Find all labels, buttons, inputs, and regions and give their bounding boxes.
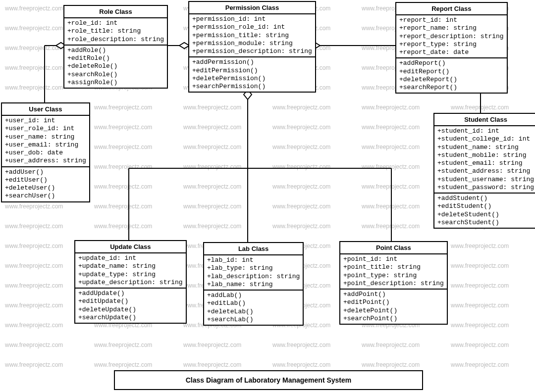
attr: +student_mobile: string [437, 151, 534, 159]
class-title: Role Class [64, 6, 167, 18]
class-methods: +addPoint() +editPoint() +deletePoint() … [340, 289, 447, 324]
class-methods: +addRole() +editRole() +deleteRole() +se… [64, 45, 167, 88]
watermark-text: www.freeprojectz.com [183, 163, 241, 170]
method: +searchPermission() [192, 83, 312, 91]
method: +editPoint() [343, 298, 444, 306]
watermark-text: www.freeprojectz.com [94, 144, 152, 150]
class-point: Point Class +point_id: int +point_title:… [339, 241, 448, 325]
attr: +update_description: string [78, 279, 183, 287]
class-attributes: +role_id: int +role_title: string +role_… [64, 18, 167, 45]
class-role: Role Class +role_id: int +role_title: st… [63, 5, 168, 89]
attr: +user_address: string [5, 157, 86, 165]
attr: +student_college_id: int [437, 135, 534, 143]
method: +searchPoint() [343, 315, 444, 323]
method: +editStudent() [437, 202, 534, 210]
attr: +student_address: string [437, 167, 534, 175]
class-lab: Lab Class +lab_id: int +lab_type: string… [203, 242, 304, 326]
attr: +lab_id: int [207, 256, 300, 264]
class-permission: Permission Class +permission_id: int +pe… [188, 1, 316, 93]
attr: +role_title: string [67, 27, 164, 35]
class-methods: +addPermission() +editPermission() +dele… [189, 56, 315, 92]
method: +searchUpdate() [78, 314, 183, 322]
watermark-text: www.freeprojectz.com [272, 203, 330, 210]
method: +editUser() [5, 176, 86, 184]
method: +editReport() [399, 68, 504, 76]
attr: +point_title: string [343, 263, 444, 271]
method: +addPermission() [192, 58, 312, 66]
watermark-text: www.freeprojectz.com [451, 342, 509, 348]
watermark-text: www.freeprojectz.com [183, 361, 241, 368]
watermark-text: www.freeprojectz.com [183, 124, 241, 131]
method: +addStudent() [437, 195, 534, 202]
watermark-text: www.freeprojectz.com [362, 104, 420, 111]
attr: +point_description: string [343, 280, 444, 288]
watermark-text: www.freeprojectz.com [94, 124, 152, 131]
class-title: Point Class [340, 242, 447, 254]
class-student: Student Class +student_id: int +student_… [433, 113, 535, 229]
watermark-text: www.freeprojectz.com [5, 84, 63, 91]
watermark-text: www.freeprojectz.com [362, 361, 420, 368]
class-title: Permission Class [189, 2, 315, 14]
watermark-text: www.freeprojectz.com [183, 203, 241, 210]
method: +searchLab() [207, 316, 300, 324]
method: +editUpdate() [78, 297, 183, 305]
watermark-text: www.freeprojectz.com [272, 342, 330, 348]
watermark-text: www.freeprojectz.com [362, 144, 420, 150]
attr: +permission_id: int [192, 15, 312, 23]
method: +searchRole() [67, 71, 164, 79]
watermark-text: www.freeprojectz.com [5, 342, 63, 348]
attr: +user_id: int [5, 117, 86, 125]
watermark-text: www.freeprojectz.com [272, 361, 330, 368]
method: +deleteUser() [5, 184, 86, 192]
method: +addPoint() [343, 291, 444, 298]
method: +addRole() [67, 47, 164, 54]
method: +deleteUpdate() [78, 306, 183, 314]
class-attributes: +student_id: int +student_college_id: in… [434, 126, 535, 193]
watermark-text: www.freeprojectz.com [183, 183, 241, 190]
method: +assignRole() [67, 79, 164, 87]
class-attributes: +update_id: int +update_name: string +up… [75, 253, 186, 288]
watermark-text: www.freeprojectz.com [272, 223, 330, 230]
watermark-text: www.freeprojectz.com [272, 163, 330, 170]
attr: +permission_role_id: int [192, 23, 312, 31]
attr: +student_email: string [437, 159, 534, 167]
method: +editPermission() [192, 67, 312, 75]
attr: +permission_description: string [192, 48, 312, 55]
watermark-text: www.freeprojectz.com [5, 223, 63, 230]
watermark-text: www.freeprojectz.com [451, 262, 509, 269]
class-attributes: +point_id: int +point_title: string +poi… [340, 254, 447, 289]
class-user: User Class +user_id: int +user_role_id: … [1, 102, 90, 202]
method: +deleteLab() [207, 308, 300, 316]
class-attributes: +permission_id: int +permission_role_id:… [189, 14, 315, 56]
watermark-text: www.freeprojectz.com [272, 124, 330, 131]
attr: +user_name: string [5, 133, 86, 141]
class-attributes: +report_id: int +report_name: string +re… [396, 15, 507, 57]
class-title: Update Class [75, 241, 186, 253]
class-report: Report Class +report_id: int +report_nam… [395, 2, 508, 94]
watermark-text: www.freeprojectz.com [94, 203, 152, 210]
attr: +report_description: string [399, 33, 504, 41]
attr: +student_id: int [437, 127, 534, 135]
attr: +user_email: string [5, 141, 86, 149]
class-methods: +addReport() +editReport() +deleteReport… [396, 57, 507, 93]
diagram-canvas: www.freeprojectz.comwww.freeprojectz.com… [0, 0, 535, 392]
watermark-text: www.freeprojectz.com [5, 262, 63, 269]
method: +searchStudent() [437, 219, 534, 227]
watermark-text: www.freeprojectz.com [272, 104, 330, 111]
attr: +update_name: string [78, 262, 183, 270]
watermark-text: www.freeprojectz.com [94, 104, 152, 111]
class-update: Update Class +update_id: int +update_nam… [74, 240, 187, 324]
diagram-title: Class Diagram of Laboratory Management S… [114, 370, 423, 390]
watermark-text: www.freeprojectz.com [5, 203, 63, 210]
watermark-text: www.freeprojectz.com [183, 342, 241, 348]
watermark-text: www.freeprojectz.com [451, 322, 509, 329]
method: +deletePermission() [192, 75, 312, 83]
watermark-text: www.freeprojectz.com [272, 183, 330, 190]
watermark-text: www.freeprojectz.com [183, 104, 241, 111]
attr: +report_name: string [399, 24, 504, 32]
attr: +lab_description: string [207, 273, 300, 281]
method: +addUpdate() [78, 290, 183, 297]
attr: +lab_type: string [207, 264, 300, 272]
diagram-title-text: Class Diagram of Laboratory Management S… [186, 376, 352, 384]
attr: +role_description: string [67, 36, 164, 44]
